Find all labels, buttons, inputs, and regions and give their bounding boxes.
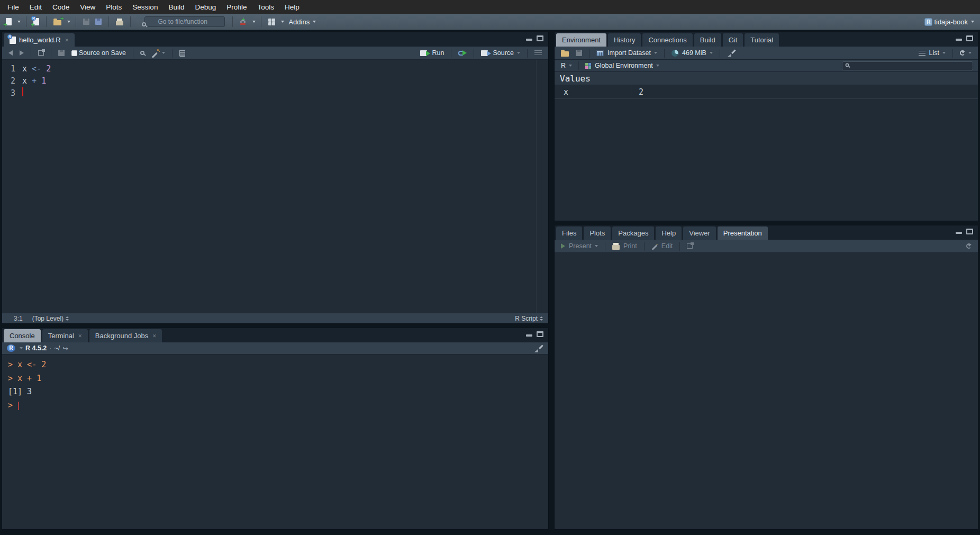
print-button[interactable] xyxy=(114,17,125,26)
tab-plots[interactable]: Plots xyxy=(584,226,611,240)
compile-report-button[interactable] xyxy=(178,49,187,58)
list-view-button[interactable]: List xyxy=(917,48,947,58)
load-workspace-button[interactable] xyxy=(559,49,570,58)
minimize-icon[interactable] xyxy=(526,334,532,337)
tab-background-jobs[interactable]: Background Jobs × xyxy=(89,329,162,342)
forward-button[interactable] xyxy=(18,49,25,57)
environment-scope-selector[interactable]: Global Environment xyxy=(584,61,661,70)
close-icon[interactable]: × xyxy=(78,332,82,340)
source-on-save-checkbox[interactable]: Source on Save xyxy=(70,48,128,58)
tab-terminal[interactable]: Terminal × xyxy=(42,329,88,342)
edit-presentation-button[interactable]: Edit xyxy=(650,241,675,251)
open-presentation-window-button[interactable] xyxy=(685,242,694,250)
source-button[interactable]: Source xyxy=(479,48,522,58)
tab-files[interactable]: Files xyxy=(556,226,582,240)
save-all-button[interactable] xyxy=(94,17,103,26)
present-button[interactable]: Present xyxy=(559,241,600,251)
back-button[interactable] xyxy=(7,49,14,57)
maximize-icon[interactable] xyxy=(537,331,543,337)
tab-presentation[interactable]: Presentation xyxy=(718,226,768,240)
refresh-button[interactable] xyxy=(958,49,973,57)
menu-edit[interactable]: Edit xyxy=(24,1,47,13)
maximize-icon[interactable] xyxy=(537,35,543,41)
menu-plots[interactable]: Plots xyxy=(101,1,127,13)
code-token: 1 xyxy=(41,75,46,87)
console-output[interactable]: > x <- 2 > x + 1 [1] 3 > xyxy=(2,355,548,529)
tab-git[interactable]: Git xyxy=(723,33,743,47)
refresh-presentation-button[interactable] xyxy=(965,242,973,250)
file-type-selector[interactable]: R Script xyxy=(515,315,543,322)
minimize-icon[interactable] xyxy=(956,232,962,234)
tab-environment[interactable]: Environment xyxy=(556,33,606,47)
menu-help[interactable]: Help xyxy=(279,1,305,13)
redirect-arrow-icon[interactable]: ↪ xyxy=(62,344,68,352)
scope-selector[interactable]: (Top Level) xyxy=(32,315,69,322)
version-control-button[interactable] xyxy=(238,17,248,26)
clear-console-button[interactable] xyxy=(532,343,543,353)
document-outline-button[interactable] xyxy=(533,49,543,57)
memory-usage-button[interactable]: 469 MiB xyxy=(670,48,714,58)
new-file-button[interactable]: + xyxy=(4,17,13,26)
find-replace-button[interactable] xyxy=(139,50,146,56)
r-version-caret[interactable] xyxy=(20,347,23,349)
save-workspace-button[interactable] xyxy=(574,49,584,57)
menu-code[interactable]: Code xyxy=(47,1,75,13)
addins-button[interactable]: Addins xyxy=(287,17,317,27)
tab-packages[interactable]: Packages xyxy=(612,226,654,240)
new-project-button[interactable]: R+ xyxy=(32,17,41,26)
language-selector[interactable]: R xyxy=(559,61,574,70)
open-file-dropdown-caret[interactable] xyxy=(67,21,70,23)
save-icon xyxy=(58,50,65,56)
run-button[interactable]: Run xyxy=(419,48,446,58)
workspace-panes-caret[interactable] xyxy=(281,21,284,23)
maximize-icon[interactable] xyxy=(966,229,973,234)
rerun-button[interactable] xyxy=(457,49,468,57)
r-logo-icon: R xyxy=(7,344,15,352)
tab-viewer[interactable]: Viewer xyxy=(683,226,716,240)
tab-label: Viewer xyxy=(689,229,710,237)
menu-session[interactable]: Session xyxy=(127,1,163,13)
maximize-icon[interactable] xyxy=(966,35,973,41)
menu-profile[interactable]: Profile xyxy=(221,1,252,13)
close-icon[interactable]: × xyxy=(65,37,69,44)
environment-section-header[interactable]: Values xyxy=(555,72,978,85)
menu-view[interactable]: View xyxy=(75,1,101,13)
code-tools-button[interactable] xyxy=(150,48,167,58)
menu-debug[interactable]: Debug xyxy=(189,1,221,13)
workspace-panes-button[interactable] xyxy=(267,17,277,26)
environment-cube-icon xyxy=(585,63,591,69)
project-selector[interactable]: R tidaja-book xyxy=(923,17,976,27)
open-file-button[interactable]: + xyxy=(52,17,63,26)
tab-hello-world-r[interactable]: R hello_world.R × xyxy=(4,33,75,47)
environment-empty-area xyxy=(555,99,978,221)
version-control-caret[interactable] xyxy=(252,21,256,23)
tab-history[interactable]: History xyxy=(608,33,641,47)
menu-build[interactable]: Build xyxy=(163,1,189,13)
tab-console[interactable]: Console xyxy=(4,329,41,342)
goto-file-input[interactable] xyxy=(144,16,225,27)
save-icon xyxy=(83,19,89,25)
new-file-dropdown-caret[interactable] xyxy=(17,21,21,23)
close-icon[interactable]: × xyxy=(152,332,156,340)
menu-file[interactable]: File xyxy=(2,1,24,13)
tab-tutorial[interactable]: Tutorial xyxy=(745,33,779,47)
tab-build[interactable]: Build xyxy=(694,33,721,47)
tab-help[interactable]: Help xyxy=(656,226,682,240)
save-button[interactable] xyxy=(81,17,91,26)
save-document-button[interactable] xyxy=(57,49,66,57)
open-in-new-window-button[interactable] xyxy=(37,49,46,57)
r-file-icon: R xyxy=(10,37,16,44)
code-line: 3 xyxy=(2,87,548,99)
code-editor[interactable]: 1 x <- 2 2 x + 1 3 xyxy=(2,60,548,313)
menu-tools[interactable]: Tools xyxy=(252,1,279,13)
import-dataset-button[interactable]: Import Dataset xyxy=(595,48,659,58)
print-presentation-button[interactable]: Print xyxy=(611,241,639,251)
minimize-icon[interactable] xyxy=(526,39,532,41)
environment-search-input[interactable] xyxy=(842,61,973,70)
minimize-icon[interactable] xyxy=(956,39,962,41)
environment-variable-row[interactable]: x 2 xyxy=(555,85,978,99)
tab-connections[interactable]: Connections xyxy=(642,33,692,47)
updown-icon xyxy=(540,316,543,321)
clear-objects-button[interactable] xyxy=(725,48,737,58)
tab-label: Connections xyxy=(648,36,686,44)
